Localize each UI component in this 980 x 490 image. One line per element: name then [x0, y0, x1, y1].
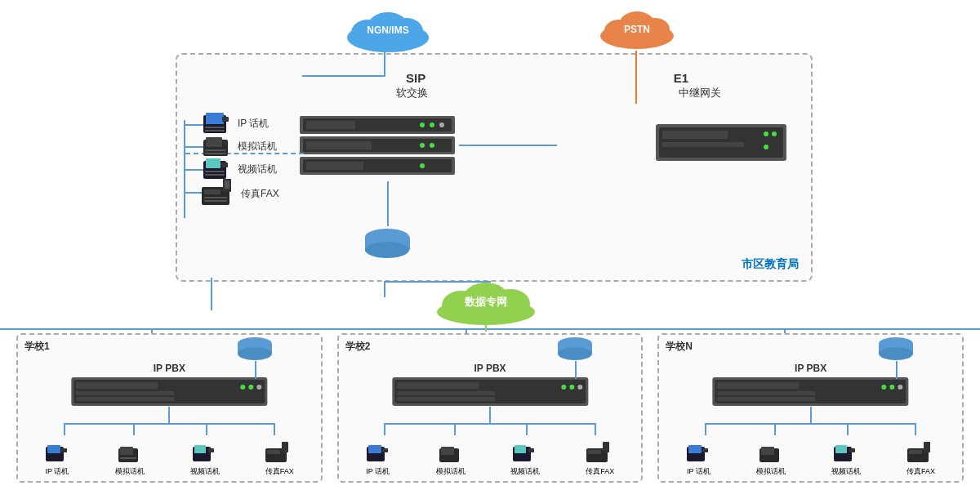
svg-rect-116: [702, 448, 708, 452]
data-cloud-to-div: [485, 325, 487, 332]
svg-rect-123: [909, 450, 922, 454]
svg-rect-86: [397, 382, 479, 389]
svg-rect-25: [662, 131, 728, 139]
svg-rect-47: [205, 174, 225, 176]
svg-point-12: [430, 122, 434, 127]
sn-video-phone: 视频话机: [831, 443, 861, 477]
relay-label: 中继网关: [679, 86, 721, 100]
pstn-cloud: PSTN: [596, 7, 678, 51]
school-n-router: [879, 336, 913, 361]
svg-point-112: [890, 385, 895, 390]
svg-rect-37: [205, 130, 225, 131]
svg-rect-93: [368, 445, 381, 453]
svg-point-27: [764, 131, 768, 136]
svg-rect-99: [528, 448, 534, 452]
education-bureau-box: 市区教育局 SIP 软交换 E1 中继网关: [176, 53, 813, 282]
svg-rect-45: [221, 163, 228, 167]
svg-rect-88: [397, 397, 495, 401]
svg-point-68: [256, 385, 261, 390]
school-1-pbx-device: [26, 377, 313, 408]
analog-phone-label: 模拟话机: [238, 140, 277, 154]
svg-point-18: [430, 143, 434, 148]
top-router: [365, 227, 410, 260]
school-2-label: 学校2: [345, 340, 371, 354]
s1-fax: 传真FAX: [265, 442, 294, 477]
ngn-line: [384, 51, 385, 75]
softswitch-label: 软交换: [396, 86, 428, 100]
svg-rect-39: [206, 137, 222, 147]
school-2-pbx: IP PBX: [474, 363, 506, 374]
server-rack: [300, 116, 455, 181]
s2-ip-phone-label: IP 话机: [366, 466, 390, 477]
svg-point-91: [577, 385, 582, 390]
svg-point-28: [772, 131, 777, 136]
pstn-label: PSTN: [624, 24, 650, 35]
top-to-data-h: [385, 281, 491, 283]
svg-rect-71: [61, 448, 67, 452]
svg-rect-96: [441, 447, 454, 455]
s1-video-phone-label: 视频话机: [190, 466, 220, 477]
svg-rect-109: [718, 391, 816, 395]
svg-rect-70: [47, 445, 60, 453]
s2-fax-label: 传真FAX: [586, 466, 614, 477]
svg-point-111: [882, 385, 887, 390]
s1-video-phone: 视频话机: [190, 443, 220, 477]
s1-ip-phone: IP 话机: [45, 443, 69, 477]
svg-rect-41: [205, 153, 226, 154]
svg-rect-115: [688, 445, 702, 453]
svg-rect-80: [282, 442, 288, 452]
school-n-devices: IP 话机 模拟话机 视频话机 传真FAX: [659, 442, 962, 477]
svg-point-113: [898, 385, 903, 390]
svg-rect-110: [718, 397, 816, 401]
svg-rect-46: [205, 171, 225, 172]
school-2-pbx-device: [347, 377, 634, 408]
school-n-pbx: IP PBX: [795, 363, 826, 374]
svg-rect-118: [761, 447, 774, 455]
svg-rect-73: [120, 447, 133, 455]
svg-rect-36: [205, 127, 225, 128]
school-1-devices: IP 话机 模拟话机 视频话机 传真FAX: [18, 442, 321, 477]
sn-video-phone-label: 视频话机: [831, 466, 861, 477]
svg-rect-94: [382, 448, 388, 452]
s2-video-phone: 视频话机: [510, 443, 540, 477]
svg-rect-121: [849, 448, 855, 452]
svg-point-90: [569, 385, 574, 390]
school-1-router: [238, 336, 272, 361]
school-2-router: [558, 336, 592, 361]
svg-rect-79: [267, 450, 280, 454]
svg-point-17: [420, 143, 425, 148]
fax-label: 传真FAX: [241, 187, 279, 201]
s1-analog-phone-label: 模拟话机: [115, 466, 145, 477]
sn-ip-phone-label: IP 话机: [687, 466, 710, 477]
svg-rect-10: [306, 121, 355, 129]
svg-point-60: [238, 347, 272, 360]
svg-point-67: [248, 385, 253, 390]
svg-point-105: [879, 347, 913, 360]
svg-rect-65: [76, 397, 174, 401]
schools-container: 学校1 IP PBX: [16, 333, 964, 483]
svg-point-13: [439, 122, 444, 127]
s2-video-phone-label: 视频话机: [510, 466, 540, 477]
bureau-label: 市区教育局: [742, 257, 799, 272]
svg-rect-35: [222, 117, 229, 122]
device-fax: 传真FAX: [202, 179, 279, 208]
svg-rect-49: [204, 189, 220, 194]
gateway-device: [656, 124, 786, 165]
sn-analog-phone: 模拟话机: [756, 443, 786, 477]
router-to-data: [211, 278, 212, 310]
sn-analog-phone-label: 模拟话机: [756, 466, 786, 477]
svg-rect-64: [76, 391, 174, 395]
pstn-line: [635, 51, 637, 104]
svg-rect-34: [206, 113, 224, 124]
data-net-label: 数据专网: [465, 295, 507, 310]
sn-fax: 传真FAX: [906, 442, 935, 477]
svg-rect-26: [662, 142, 744, 147]
s2-ip-phone: IP 话机: [366, 443, 390, 477]
s2-analog-phone: 模拟话机: [436, 443, 466, 477]
svg-rect-42: [223, 141, 228, 145]
s1-analog-phone: 模拟话机: [115, 443, 145, 477]
svg-rect-63: [76, 382, 158, 389]
ngn-cloud: NGN/IMS: [343, 7, 433, 54]
svg-rect-51: [204, 200, 227, 202]
data-network-cloud: 数据专网: [433, 278, 539, 327]
